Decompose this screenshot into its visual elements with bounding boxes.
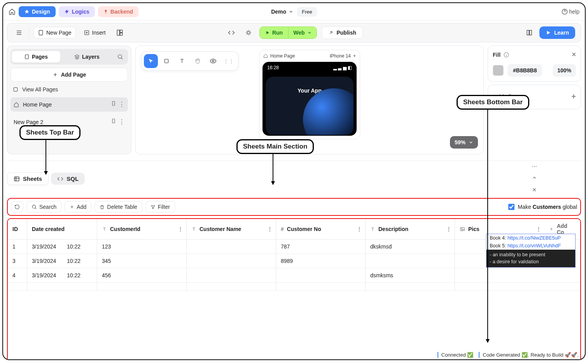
hamburger-icon[interactable] bbox=[13, 26, 25, 39]
tab-design[interactable]: Design bbox=[19, 6, 56, 17]
more-icon[interactable]: ⋮ bbox=[119, 118, 125, 126]
new-page-button[interactable]: New Page bbox=[33, 27, 76, 38]
run-target[interactable]: Web bbox=[288, 27, 316, 38]
page-row-home[interactable]: Home Page ⋮ bbox=[10, 97, 128, 112]
delete-table-button[interactable]: Delete Table bbox=[94, 201, 142, 213]
hand-tool[interactable] bbox=[191, 54, 205, 68]
learn-button[interactable]: Learn bbox=[539, 26, 575, 39]
search-button[interactable]: Search bbox=[26, 201, 61, 213]
col-more-icon[interactable]: ⋮ bbox=[446, 226, 452, 232]
arrow-icon bbox=[271, 150, 275, 186]
svg-point-13 bbox=[212, 60, 214, 62]
tab-layers[interactable]: Layers bbox=[63, 51, 111, 63]
frame-add-icon[interactable]: + bbox=[353, 53, 356, 59]
col-id[interactable]: ID bbox=[8, 219, 27, 239]
make-global-checkbox[interactable]: Make Customers global bbox=[508, 204, 577, 210]
fill-panel: Fill× #B8B8B8 100% bbox=[488, 46, 581, 82]
arrow-icon bbox=[485, 106, 490, 344]
rect-tool[interactable] bbox=[159, 54, 173, 68]
run-button[interactable]: Run Web bbox=[259, 26, 317, 39]
arrow-icon bbox=[44, 135, 48, 176]
select-tool[interactable] bbox=[144, 54, 158, 68]
insert-button[interactable]: Insert bbox=[80, 27, 110, 38]
tab-sql[interactable]: SQL bbox=[51, 173, 85, 185]
more-icon[interactable]: ⋮ bbox=[119, 101, 125, 108]
refresh-icon[interactable] bbox=[11, 201, 23, 212]
annotation-main: Sheets Main Section bbox=[236, 139, 314, 154]
fill-heading: Fill bbox=[493, 52, 500, 58]
panel-more-icon[interactable]: ⋯ bbox=[532, 163, 537, 170]
app-top-bar: Design Logics Backend Demo Free help bbox=[3, 3, 585, 21]
search-pages-icon[interactable] bbox=[114, 50, 127, 63]
tab-backend[interactable]: Backend bbox=[98, 6, 138, 17]
svg-rect-10 bbox=[112, 102, 115, 106]
col-customerid[interactable]: CustomerId⋮ bbox=[97, 219, 187, 239]
device-statusbar: 16:28▂ ▃ ▅ ◧ bbox=[262, 62, 357, 74]
info-icon[interactable] bbox=[504, 52, 509, 58]
close-panel-icon[interactable]: × bbox=[572, 51, 576, 59]
book-icon[interactable] bbox=[523, 26, 536, 39]
table-row[interactable]: 43/19/2024 10:22456dsmksms bbox=[8, 268, 580, 283]
sheets-section: Sheets SQL ⋯ × Search Add Delete Table F… bbox=[7, 161, 581, 360]
mobile-icon[interactable] bbox=[111, 101, 116, 106]
color-swatch[interactable] bbox=[493, 65, 504, 76]
zoom-control[interactable]: 59% bbox=[450, 136, 478, 149]
tab-sheets[interactable]: Sheets bbox=[7, 172, 49, 185]
col-description[interactable]: Description⋮ bbox=[366, 219, 455, 239]
svg-rect-4 bbox=[120, 30, 122, 32]
svg-rect-11 bbox=[112, 119, 115, 123]
bug-icon[interactable] bbox=[242, 26, 255, 39]
col-customerno[interactable]: #Customer No⋮ bbox=[276, 219, 366, 239]
col-more-icon[interactable]: ⋮ bbox=[267, 226, 273, 232]
opacity-input[interactable]: 100% bbox=[553, 64, 576, 77]
annotation-topbar: Sheets Top Bar bbox=[19, 125, 80, 140]
svg-point-6 bbox=[247, 32, 250, 34]
add-grid-icon[interactable]: + bbox=[571, 92, 576, 101]
main-toolbar: New Page Insert Run Web Publish Learn bbox=[7, 23, 581, 42]
svg-rect-1 bbox=[39, 30, 42, 35]
col-more-icon[interactable]: ⋮ bbox=[357, 226, 362, 232]
tab-logics[interactable]: Logics bbox=[59, 6, 95, 17]
status-code: Code Generated ✅. Ready to Build 🚀🚀. bbox=[479, 352, 579, 358]
canvas-tools: ⋮⋮ bbox=[141, 51, 238, 71]
col-more-icon[interactable]: ⋮ bbox=[178, 226, 183, 232]
panel-close-icon[interactable]: × bbox=[532, 186, 537, 194]
status-bar: Connected ✅ Code Generated ✅. Ready to B… bbox=[438, 352, 579, 358]
frame-name: Home Page bbox=[270, 53, 295, 59]
col-more-icon[interactable]: ⋮ bbox=[536, 226, 541, 232]
svg-rect-19 bbox=[14, 177, 19, 181]
sheets-top-bar: Search Add Delete Table Filter Make Cust… bbox=[7, 198, 581, 216]
hex-input[interactable]: #B8B8B8 bbox=[508, 64, 542, 77]
tab-pages[interactable]: Pages bbox=[12, 51, 60, 63]
text-tool[interactable] bbox=[175, 54, 189, 68]
publish-button[interactable]: Publish bbox=[321, 26, 363, 39]
add-row-button[interactable]: Add bbox=[65, 201, 91, 213]
svg-rect-9 bbox=[14, 88, 17, 91]
svg-rect-5 bbox=[120, 33, 122, 35]
svg-rect-3 bbox=[117, 30, 119, 35]
eye-tool[interactable] bbox=[206, 54, 220, 68]
svg-rect-7 bbox=[25, 55, 28, 59]
home-icon[interactable] bbox=[9, 8, 16, 15]
empty-row[interactable] bbox=[8, 283, 580, 291]
layout-icon[interactable] bbox=[114, 26, 126, 39]
col-date[interactable]: Date created bbox=[27, 219, 97, 239]
annotation-bottom: Sheets Bottom Bar bbox=[457, 95, 529, 110]
mobile-icon[interactable] bbox=[111, 118, 116, 124]
pics-preview-tooltip: Book 4: https://t.co/NiwZEBE5uP Book 5: … bbox=[486, 234, 576, 268]
help-link[interactable]: help bbox=[562, 9, 579, 15]
panel-expand-icon[interactable] bbox=[532, 175, 537, 180]
col-customername[interactable]: Customer Name⋮ bbox=[187, 219, 276, 239]
code-icon[interactable] bbox=[225, 26, 238, 39]
project-name[interactable]: Demo bbox=[271, 9, 293, 15]
svg-rect-12 bbox=[164, 59, 168, 63]
add-page-button[interactable]: Add Page bbox=[10, 68, 128, 82]
filter-button[interactable]: Filter bbox=[145, 201, 175, 213]
plan-badge[interactable]: Free bbox=[297, 7, 317, 17]
device-frame: Home PageiPhone 14+ 16:28▂ ▃ ▅ ◧ Your Ap… bbox=[259, 50, 360, 139]
canvas: ⋮⋮ Home PageiPhone 14+ 16:28▂ ▃ ▅ ◧ Your… bbox=[135, 46, 484, 154]
svg-point-20 bbox=[32, 205, 35, 208]
grip-icon[interactable]: ⋮⋮ bbox=[222, 54, 236, 68]
view-all-pages[interactable]: View All Pages bbox=[10, 85, 128, 94]
device-label[interactable]: iPhone 14 bbox=[330, 53, 351, 59]
